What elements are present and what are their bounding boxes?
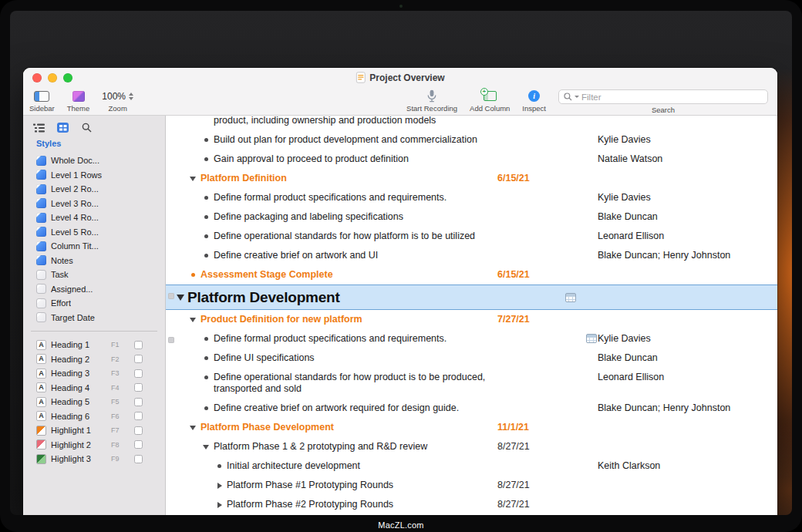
named-style-item[interactable]: AHeading 1F1 [23, 338, 165, 352]
named-style-item[interactable]: Highlight 1F7 [23, 423, 165, 438]
style-checkbox[interactable] [134, 455, 143, 463]
named-style-item[interactable]: AHeading 3F3 [23, 366, 165, 381]
bullet-icon[interactable] [202, 250, 214, 261]
bullet-icon[interactable] [202, 231, 214, 242]
named-style-item[interactable]: AHeading 5F5 [23, 395, 165, 409]
style-item[interactable]: Notes [23, 254, 165, 268]
text-style-icon: A [36, 382, 46, 392]
filter-input[interactable] [581, 93, 763, 102]
zoom-stepper-icon[interactable] [129, 93, 133, 100]
outline-row[interactable]: Define creative brief on artwork and UIB… [166, 246, 777, 265]
style-item[interactable]: Whole Doc... [23, 153, 165, 168]
named-style-item[interactable]: AHeading 6F6 [23, 409, 165, 424]
style-item-label: Assigned... [51, 285, 93, 294]
outline-row[interactable]: Platform Phase 1 & 2 prototyping and R&D… [166, 437, 777, 456]
fullscreen-button[interactable] [63, 73, 72, 82]
row-text: Platform Definition [200, 173, 497, 184]
named-style-item[interactable]: Highlight 2F8 [23, 438, 165, 453]
outline-row[interactable]: Product Definition for new platform7/27/… [166, 310, 777, 329]
outline-row[interactable]: Define creative brief on artwork require… [166, 399, 777, 418]
outline-row[interactable]: Define formal product specifications and… [166, 188, 777, 207]
style-item[interactable]: Assigned... [23, 282, 165, 297]
outline-row[interactable]: Define UI specificationsBlake Duncan [166, 348, 777, 368]
zoom-control[interactable]: 100% Zoom [102, 89, 133, 113]
bullet-icon[interactable] [202, 192, 214, 204]
outline-row[interactable]: Assessment Stage Complete6/15/21 [166, 265, 777, 285]
style-item[interactable]: Level 3 Ro... [23, 197, 165, 211]
close-button[interactable] [32, 73, 42, 82]
style-item[interactable]: Level 5 Ro... [23, 225, 165, 240]
bullet-icon[interactable] [202, 211, 214, 223]
outline-row[interactable]: Define operational standards for how pla… [166, 227, 777, 246]
bullet-icon[interactable] [215, 460, 227, 472]
style-item[interactable]: Task [23, 268, 165, 282]
bullet-icon[interactable] [189, 269, 200, 281]
style-item[interactable]: Column Tit... [23, 239, 165, 254]
outline-row[interactable]: Platform Phase Development11/1/21 [166, 418, 777, 437]
style-checkbox[interactable] [134, 341, 143, 349]
outline-row[interactable]: Initial architecture developmentKeith Cl… [166, 456, 777, 476]
style-checkbox[interactable] [134, 440, 143, 449]
disclosure-right-icon[interactable] [215, 499, 227, 510]
row-text: Define creative brief on artwork require… [214, 402, 497, 414]
start-recording-button[interactable]: Start Recording [406, 89, 457, 113]
theme-icon [72, 91, 85, 102]
outline-row[interactable]: product, including ownership and product… [166, 116, 777, 130]
contents-tab[interactable] [30, 121, 47, 134]
style-search-tab[interactable] [78, 121, 95, 134]
bullet-icon[interactable] [202, 402, 214, 414]
named-style-item[interactable]: AHeading 4F4 [23, 381, 165, 396]
named-style-item[interactable]: Highlight 3F9 [23, 452, 165, 466]
theme-button[interactable]: Theme [67, 89, 90, 113]
row-text: product, including ownership and product… [214, 116, 497, 126]
row-handle-icon[interactable] [168, 337, 174, 343]
outline-row[interactable]: Define formal product specifications and… [166, 329, 777, 348]
disclosure-down-icon[interactable] [189, 422, 200, 433]
bullet-icon[interactable] [202, 333, 214, 345]
outline-row[interactable]: Platform Definition6/15/21 [166, 169, 777, 188]
minimize-button[interactable] [48, 73, 57, 82]
window-body: Styles Whole Doc...Level 1 RowsLevel 2 R… [23, 116, 777, 515]
disclosure-down-icon[interactable] [189, 314, 200, 325]
named-style-label: Highlight 3 [51, 454, 106, 463]
outline-row[interactable]: Platform Development [166, 285, 777, 310]
add-column-button[interactable]: + Add Column [470, 89, 510, 113]
bullet-icon[interactable] [202, 372, 214, 383]
blue-style-icon [36, 156, 46, 166]
style-checkbox[interactable] [134, 383, 143, 392]
outline-row[interactable]: Build out plan for product development a… [166, 130, 777, 150]
search-scope-chevron-icon[interactable] [575, 96, 579, 98]
outline-row[interactable]: Define packaging and labeling specificat… [166, 207, 777, 227]
row-handle-icon[interactable] [168, 293, 174, 299]
assigned-text: Natalie Watson [598, 153, 662, 164]
style-checkbox[interactable] [134, 398, 143, 406]
outline-row[interactable]: Define operational standards for how pro… [166, 368, 777, 399]
style-checkbox[interactable] [134, 369, 143, 378]
bullet-icon[interactable] [202, 153, 214, 165]
disclosure-down-icon[interactable] [176, 288, 187, 306]
style-item[interactable]: Level 1 Rows [23, 168, 165, 183]
disclosure-down-icon[interactable] [202, 441, 214, 453]
row-text: Gain approval to proceed to product defi… [214, 153, 497, 165]
style-item[interactable]: Target Date [23, 311, 165, 325]
search-field[interactable] [558, 89, 768, 104]
style-checkbox[interactable] [134, 412, 143, 420]
bullet-icon[interactable] [202, 352, 214, 364]
style-item[interactable]: Level 2 Ro... [23, 182, 165, 197]
inspect-button[interactable]: Inspect [522, 89, 546, 113]
style-checkbox[interactable] [134, 355, 143, 363]
outline-row[interactable]: Gain approval to proceed to product defi… [166, 150, 777, 169]
style-checkbox[interactable] [134, 426, 143, 435]
style-item[interactable]: Effort [23, 296, 165, 311]
outline-row[interactable]: Platform Phase #1 Prototyping Rounds8/27… [166, 476, 777, 495]
style-item-label: Level 2 Ro... [51, 184, 99, 194]
outline-row[interactable]: Platform Phase #2 Prototyping Rounds8/27… [166, 495, 777, 514]
style-item[interactable]: Level 4 Ro... [23, 210, 165, 225]
window-title-group: Project Overview [356, 68, 444, 87]
sidebar-toggle-button[interactable]: Sidebar [29, 89, 55, 113]
disclosure-right-icon[interactable] [215, 480, 227, 491]
styles-tab-selected[interactable] [54, 121, 71, 134]
disclosure-down-icon[interactable] [189, 173, 200, 184]
named-style-item[interactable]: AHeading 2F2 [23, 352, 165, 367]
bullet-icon[interactable] [202, 134, 214, 146]
